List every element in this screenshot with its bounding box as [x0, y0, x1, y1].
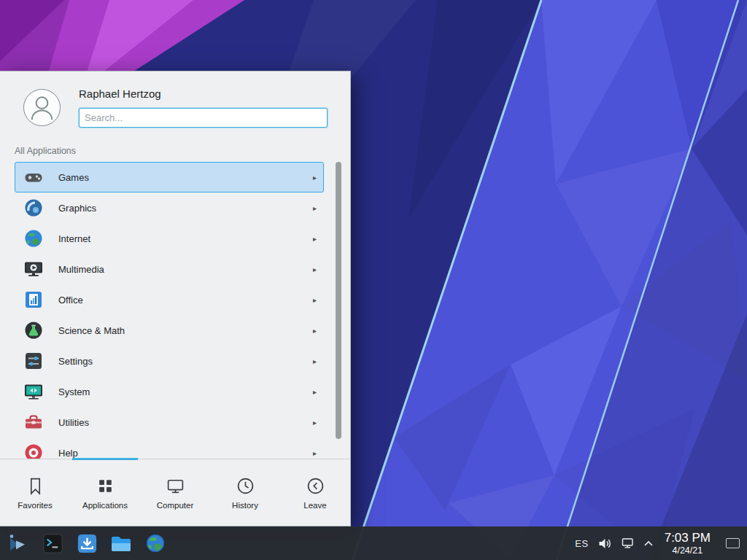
- office-icon: [23, 289, 44, 310]
- active-tab-indicator: [72, 458, 138, 460]
- application-launcher-icon: [7, 532, 30, 555]
- chevron-right-icon: ▸: [313, 419, 317, 427]
- chevron-right-icon: ▸: [313, 204, 317, 212]
- clock-time: 7:03 PM: [665, 531, 711, 545]
- discover-icon: [76, 532, 98, 555]
- terminal-task-button[interactable]: [40, 531, 65, 556]
- launcher-footer-tabs: Favorites Applications Computer History …: [0, 459, 350, 526]
- menu-item-label: Science & Math: [58, 325, 313, 336]
- search-input[interactable]: [79, 108, 328, 128]
- globe-icon: [23, 228, 44, 249]
- menu-item-label: Games: [58, 172, 313, 183]
- chevron-right-icon: ▸: [313, 235, 317, 243]
- taskbar-left: [0, 531, 168, 556]
- menu-item-label: Graphics: [58, 203, 313, 214]
- menu-item-label: Utilities: [58, 417, 313, 428]
- web-browser-icon: [144, 532, 166, 554]
- network-icon[interactable]: [622, 537, 634, 549]
- user-avatar[interactable]: [23, 89, 61, 126]
- taskbar-panel: ES 7:03 PM 4/24/21: [0, 526, 747, 560]
- menu-item-internet[interactable]: Internet ▸: [15, 223, 324, 254]
- bookmark-icon: [26, 476, 45, 496]
- tab-leave[interactable]: Leave: [280, 459, 350, 526]
- menu-item-label: Internet: [58, 233, 313, 244]
- science-icon: [23, 320, 44, 341]
- computer-icon: [166, 476, 185, 496]
- multimedia-icon: [23, 259, 44, 279]
- user-name: Raphael Hertzog: [79, 88, 161, 100]
- tab-label: History: [232, 501, 258, 510]
- menu-item-games[interactable]: Games ▸: [15, 162, 324, 192]
- menu-item-label: Settings: [58, 356, 313, 367]
- system-icon: [23, 381, 44, 402]
- file-manager-icon: [109, 532, 133, 555]
- tab-label: Favorites: [18, 501, 52, 510]
- chevron-right-icon: ▸: [313, 449, 317, 457]
- menu-item-science-math[interactable]: Science & Math ▸: [15, 315, 324, 346]
- graphics-icon: [23, 198, 44, 218]
- help-icon: [23, 443, 44, 459]
- menu-item-system[interactable]: System ▸: [15, 376, 324, 407]
- section-label: All Applications: [15, 146, 350, 156]
- terminal-icon: [42, 532, 64, 555]
- clock-icon: [236, 476, 255, 496]
- application-category-list: Games ▸ Graphics ▸ Internet ▸ Multimedia…: [0, 161, 350, 459]
- chevron-right-icon: ▸: [313, 388, 317, 396]
- discover-task-button[interactable]: [74, 531, 99, 556]
- list-scrollbar[interactable]: [336, 162, 341, 439]
- menu-item-office[interactable]: Office ▸: [15, 284, 324, 315]
- tab-applications[interactable]: Applications: [70, 459, 140, 526]
- tab-computer[interactable]: Computer: [140, 459, 210, 526]
- chevron-right-icon: ▸: [313, 296, 317, 304]
- volume-icon[interactable]: [598, 537, 612, 550]
- show-desktop-button[interactable]: [726, 538, 740, 548]
- application-launcher-menu: Raphael Hertzog All Applications Games ▸…: [0, 71, 351, 526]
- tab-history[interactable]: History: [210, 459, 280, 526]
- menu-item-label: Help: [58, 448, 313, 459]
- user-icon: [24, 90, 60, 125]
- chevron-right-icon: ▸: [313, 174, 317, 182]
- application-launcher-button[interactable]: [6, 531, 31, 556]
- utilities-icon: [23, 412, 44, 432]
- tab-label: Applications: [82, 501, 128, 510]
- expand-tray-icon[interactable]: [643, 540, 654, 547]
- file-manager-task-button[interactable]: [109, 531, 133, 556]
- digital-clock[interactable]: 7:03 PM 4/24/21: [665, 531, 711, 555]
- tab-label: Leave: [303, 501, 326, 510]
- tab-favorites[interactable]: Favorites: [0, 459, 70, 526]
- menu-item-label: Multimedia: [58, 264, 313, 275]
- chevron-right-icon: ▸: [313, 265, 317, 273]
- chevron-right-icon: ▸: [313, 327, 317, 335]
- tab-label: Computer: [157, 501, 194, 510]
- menu-item-help[interactable]: Help ▸: [15, 438, 324, 459]
- menu-item-utilities[interactable]: Utilities ▸: [15, 407, 324, 438]
- menu-item-label: Office: [58, 295, 313, 306]
- menu-item-settings[interactable]: Settings ▸: [15, 346, 324, 376]
- clock-date: 4/24/21: [665, 545, 711, 556]
- menu-item-graphics[interactable]: Graphics ▸: [15, 192, 324, 223]
- launcher-header: Raphael Hertzog: [0, 71, 350, 136]
- gamepad-icon: [23, 167, 44, 187]
- keyboard-layout-indicator[interactable]: ES: [575, 538, 588, 549]
- leave-icon: [306, 476, 325, 496]
- web-browser-task-button[interactable]: [143, 531, 168, 556]
- menu-item-multimedia[interactable]: Multimedia ▸: [15, 254, 324, 284]
- menu-item-label: System: [58, 386, 313, 397]
- chevron-right-icon: ▸: [313, 357, 317, 365]
- settings-icon: [23, 351, 44, 371]
- system-tray: ES 7:03 PM 4/24/21: [575, 531, 747, 555]
- app-grid-icon: [96, 476, 115, 496]
